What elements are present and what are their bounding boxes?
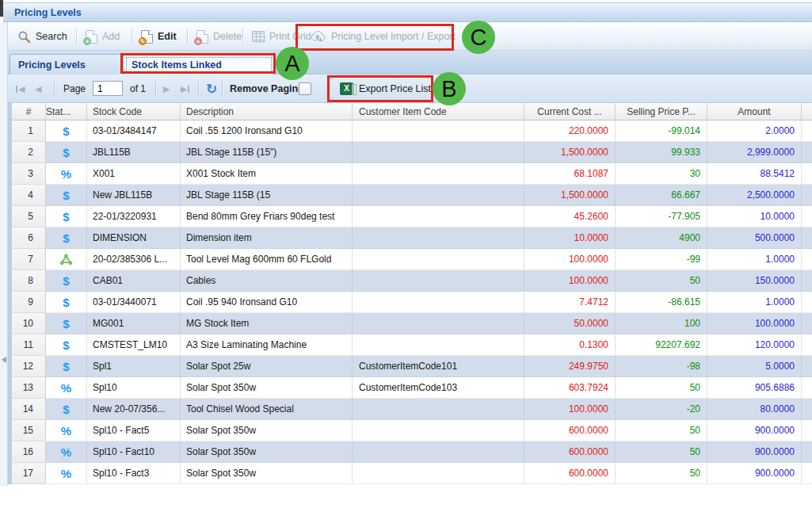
grid-row[interactable]: 6$DIMENSIONDimension item10.00004900500.… xyxy=(12,227,812,249)
stock-code-cell: Spl10 - Fact5 xyxy=(87,420,181,441)
stock-code-cell: 22-01/3220931 xyxy=(87,206,181,227)
row-spacer-cell xyxy=(802,420,812,441)
selling-price-cell: -86.615 xyxy=(616,292,707,313)
grid-row[interactable]: 720-02/385306 L...Tool Level Mag 600mm 6… xyxy=(12,249,812,270)
splitter-collapse-arrow-icon[interactable] xyxy=(2,357,6,363)
selling-price-cell: 50 xyxy=(616,377,707,399)
first-page-button[interactable]: ◀ xyxy=(16,75,25,103)
customer-item-code-cell xyxy=(353,441,524,463)
grid-row[interactable]: 12$Spl1Solar Spot 25wCustomerItemCode101… xyxy=(12,356,812,377)
amount-cell: 2,999.0000 xyxy=(707,142,802,163)
row-spacer-cell xyxy=(802,206,812,227)
column-header-customer-item-code[interactable]: Customer Item Code xyxy=(353,103,524,120)
pager-separator xyxy=(198,81,199,97)
grid-row[interactable]: 10$MG001MG Stock Item50.0000100100.0000 xyxy=(12,313,812,334)
next-page-button[interactable]: ▶ xyxy=(163,75,170,103)
delete-button[interactable]: × Delete xyxy=(193,26,245,47)
customer-item-code-cell xyxy=(353,292,524,313)
grid-row[interactable]: 1$03-01/3484147Coil .55 1200 Ironsand G1… xyxy=(12,120,812,142)
grid-header-row: # Stat... Stock Code Description Custome… xyxy=(12,103,812,120)
amount-cell: 900.0000 xyxy=(707,420,802,441)
row-spacer-cell xyxy=(802,185,812,206)
row-spacer-cell xyxy=(802,292,812,313)
refresh-button[interactable]: ↻ xyxy=(206,75,217,103)
customer-item-code-cell xyxy=(353,185,524,206)
page-number-input[interactable] xyxy=(93,81,123,96)
stock-items-grid: # Stat... Stock Code Description Custome… xyxy=(8,103,812,484)
amount-cell: 500.0000 xyxy=(707,227,802,249)
stat-cell: $ xyxy=(46,270,87,292)
page-count-label: of 1 xyxy=(130,75,146,103)
column-header-amount[interactable]: Amount xyxy=(707,103,802,120)
column-header-stock-code[interactable]: Stock Code xyxy=(87,103,181,120)
current-cost-cell: 249.9750 xyxy=(524,356,616,377)
column-header-current-cost[interactable]: Current Cost ... xyxy=(524,103,616,120)
grid-row[interactable]: 4$New JBL115BJBL Stage 115B (151,500.000… xyxy=(12,185,812,206)
row-spacer-cell xyxy=(802,399,812,420)
selling-price-cell: 66.667 xyxy=(616,185,707,206)
column-header-row-number[interactable]: # xyxy=(12,103,46,120)
stat-cell: % xyxy=(46,163,87,185)
stock-code-cell: MG001 xyxy=(87,313,181,334)
grid-row[interactable]: 16%Spl10 - Fact10Solar Spot 350w600.0000… xyxy=(12,441,812,463)
column-header-selling-price[interactable]: Selling Price P... xyxy=(616,103,707,120)
column-header-description[interactable]: Description xyxy=(181,103,353,120)
stock-code-cell: CAB01 xyxy=(87,270,181,292)
amount-cell: 900.0000 xyxy=(707,463,802,484)
description-cell: Cables xyxy=(181,270,353,292)
selling-price-cell: 99.933 xyxy=(616,142,707,163)
amount-cell: 150.0000 xyxy=(707,270,802,292)
row-number-cell: 14 xyxy=(12,399,46,420)
edit-button[interactable]: ✎ Edit xyxy=(138,26,180,47)
previous-page-button[interactable]: ◀ xyxy=(35,75,41,103)
row-number-cell: 11 xyxy=(12,334,46,356)
search-button[interactable]: Search xyxy=(14,26,71,47)
row-spacer-cell xyxy=(802,313,812,334)
stat-cell: % xyxy=(46,441,87,463)
amount-cell: 5.0000 xyxy=(707,356,802,377)
customer-item-code-cell xyxy=(353,206,524,227)
collapsed-side-splitter[interactable] xyxy=(0,22,8,486)
grid-row[interactable]: 13%Spl10Solar Spot 350wCustomerItemCode1… xyxy=(12,377,812,399)
grid-row[interactable]: 8$CAB01Cables100.000050150.0000 xyxy=(12,270,812,292)
current-cost-cell: 100.0000 xyxy=(524,249,616,270)
customer-item-code-cell xyxy=(353,334,524,356)
stat-cell: % xyxy=(46,377,87,399)
add-button[interactable]: + Add xyxy=(82,26,123,47)
remove-paging-checkbox[interactable] xyxy=(299,82,311,95)
grid-row[interactable]: 17%Spl10 - Fact3Solar Spot 350w600.00005… xyxy=(12,463,812,484)
level-icon xyxy=(59,254,73,266)
grid-row[interactable]: 11$CMSTEST_LM10A3 Size Laminating Machin… xyxy=(12,334,812,356)
selling-price-cell: -98 xyxy=(616,356,707,377)
stock-code-cell: Spl10 xyxy=(87,377,181,399)
tab-pricing-levels[interactable]: Pricing Levels xyxy=(10,54,128,75)
pager-separator xyxy=(222,81,223,97)
grid-row[interactable]: 14$New 20-07/356...Tool Chisel Wood Spec… xyxy=(12,399,812,420)
amount-cell: 80.0000 xyxy=(707,399,802,420)
selling-price-cell: 50 xyxy=(616,270,707,292)
stat-cell: $ xyxy=(46,185,87,206)
stat-cell: % xyxy=(46,420,87,441)
grid-row[interactable]: 9$03-01/3440071Coil .95 940 Ironsand G10… xyxy=(12,292,812,313)
row-number-cell: 1 xyxy=(12,120,46,142)
selling-price-cell: -20 xyxy=(616,399,707,420)
print-grid-icon xyxy=(252,31,265,42)
grid-row[interactable]: 2$JBL115BJBL Stage 115B (15")1,500.00009… xyxy=(12,142,812,163)
amount-cell: 905.6886 xyxy=(707,377,802,399)
stat-cell: $ xyxy=(46,142,87,163)
selling-price-cell: -99 xyxy=(616,249,707,270)
description-cell: Solar Spot 350w xyxy=(181,420,353,441)
row-spacer-cell xyxy=(802,227,812,249)
dollar-icon: $ xyxy=(63,403,69,416)
grid-row[interactable]: 5$22-01/3220931Bend 80mm Grey Friars 90d… xyxy=(12,206,812,227)
grid-row[interactable]: 3%X001X001 Stock Item68.10873088.5412 xyxy=(12,163,812,185)
grid-row[interactable]: 15%Spl10 - Fact5Solar Spot 350w600.00005… xyxy=(12,420,812,441)
column-header-stat[interactable]: Stat... xyxy=(46,103,87,120)
amount-cell: 900.0000 xyxy=(707,441,802,463)
last-page-button[interactable]: ▶ xyxy=(181,75,189,103)
current-cost-cell: 50.0000 xyxy=(524,313,616,334)
row-spacer-cell xyxy=(802,163,812,185)
page-label: Page xyxy=(63,75,86,103)
amount-cell: 10.0000 xyxy=(707,206,802,227)
stock-code-cell: Spl10 - Fact10 xyxy=(87,441,181,463)
